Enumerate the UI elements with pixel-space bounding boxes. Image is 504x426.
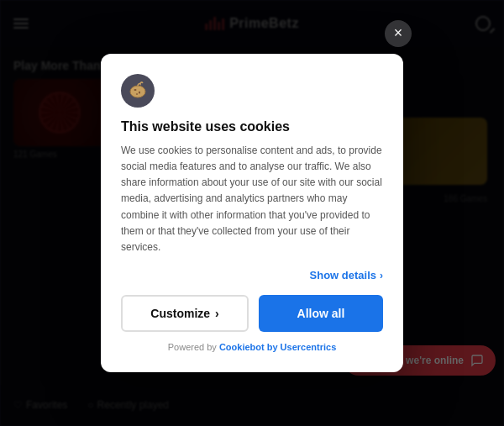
show-details-label: Show details — [310, 269, 376, 281]
cookie-svg — [128, 81, 148, 101]
customize-button[interactable]: Customize › — [121, 295, 249, 332]
modal-overlay: × This website uses cookies We use cooki… — [0, 0, 504, 426]
cookiebot-link[interactable]: Cookiebot by Usercentrics — [219, 342, 336, 352]
svg-point-2 — [139, 91, 140, 93]
modal-footer: Powered by Cookiebot by Usercentrics — [121, 342, 383, 352]
customize-chevron: › — [215, 307, 219, 320]
modal-close-button[interactable]: × — [385, 20, 412, 47]
customize-label: Customize — [150, 307, 210, 320]
footer-prefix: Powered by — [168, 342, 219, 352]
show-details-chevron: › — [380, 270, 383, 281]
modal-body: We use cookies to personalise content an… — [121, 143, 383, 255]
cookie-modal: × This website uses cookies We use cooki… — [101, 54, 403, 372]
show-details-link[interactable]: Show details › — [121, 269, 383, 281]
svg-point-1 — [134, 89, 137, 91]
cookie-icon — [121, 74, 155, 108]
svg-point-3 — [136, 93, 138, 95]
allow-all-button[interactable]: Allow all — [259, 295, 383, 332]
svg-point-0 — [130, 86, 145, 97]
modal-title: This website uses cookies — [121, 119, 383, 134]
modal-buttons: Customize › Allow all — [121, 295, 383, 332]
